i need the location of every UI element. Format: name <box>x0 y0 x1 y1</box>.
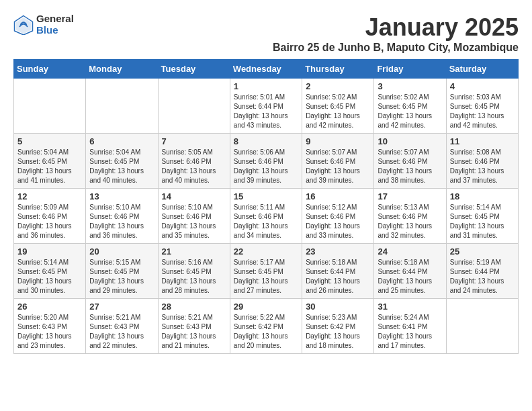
calendar-cell <box>14 79 86 134</box>
day-number: 4 <box>450 81 515 91</box>
title-block: January 2025 Bairro 25 de Junho B, Maput… <box>273 13 519 54</box>
day-info: Sunrise: 5:18 AM Sunset: 6:44 PM Dayligh… <box>306 258 370 295</box>
calendar-cell: 28Sunrise: 5:21 AM Sunset: 6:43 PM Dayli… <box>158 299 230 354</box>
page-header: General Blue January 2025 Bairro 25 de J… <box>13 13 519 54</box>
day-info: Sunrise: 5:02 AM Sunset: 6:45 PM Dayligh… <box>306 93 370 130</box>
weekday-header-monday: Monday <box>86 60 158 79</box>
calendar-cell: 11Sunrise: 5:08 AM Sunset: 6:46 PM Dayli… <box>446 134 518 189</box>
day-info: Sunrise: 5:04 AM Sunset: 6:45 PM Dayligh… <box>89 148 154 185</box>
week-row-2: 12Sunrise: 5:09 AM Sunset: 6:46 PM Dayli… <box>14 189 519 244</box>
calendar-cell: 30Sunrise: 5:23 AM Sunset: 6:42 PM Dayli… <box>302 299 374 354</box>
day-number: 27 <box>89 302 154 312</box>
calendar-cell: 12Sunrise: 5:09 AM Sunset: 6:46 PM Dayli… <box>14 189 86 244</box>
calendar-cell: 31Sunrise: 5:24 AM Sunset: 6:41 PM Dayli… <box>374 299 446 354</box>
day-info: Sunrise: 5:14 AM Sunset: 6:45 PM Dayligh… <box>17 258 82 295</box>
weekday-header-sunday: Sunday <box>14 60 86 79</box>
weekday-header-row: SundayMondayTuesdayWednesdayThursdayFrid… <box>14 60 519 79</box>
calendar-cell: 22Sunrise: 5:17 AM Sunset: 6:45 PM Dayli… <box>230 244 302 299</box>
calendar-cell: 19Sunrise: 5:14 AM Sunset: 6:45 PM Dayli… <box>14 244 86 299</box>
logo-general: General <box>36 13 74 25</box>
day-info: Sunrise: 5:09 AM Sunset: 6:46 PM Dayligh… <box>17 203 82 240</box>
weekday-header-friday: Friday <box>374 60 446 79</box>
day-info: Sunrise: 5:24 AM Sunset: 6:41 PM Dayligh… <box>378 313 442 351</box>
day-number: 10 <box>378 136 442 146</box>
location-subtitle: Bairro 25 de Junho B, Maputo City, Mozam… <box>273 42 519 54</box>
day-info: Sunrise: 5:10 AM Sunset: 6:46 PM Dayligh… <box>89 203 154 240</box>
calendar-cell: 16Sunrise: 5:12 AM Sunset: 6:46 PM Dayli… <box>302 189 374 244</box>
week-row-0: 1Sunrise: 5:01 AM Sunset: 6:44 PM Daylig… <box>14 79 519 134</box>
day-number: 11 <box>450 136 515 146</box>
day-info: Sunrise: 5:07 AM Sunset: 6:46 PM Dayligh… <box>306 148 370 185</box>
day-number: 1 <box>234 81 298 91</box>
calendar-cell: 2Sunrise: 5:02 AM Sunset: 6:45 PM Daylig… <box>302 79 374 134</box>
logo: General Blue <box>13 13 74 36</box>
day-number: 20 <box>89 246 154 257</box>
calendar-cell: 7Sunrise: 5:05 AM Sunset: 6:46 PM Daylig… <box>158 134 230 189</box>
day-number: 7 <box>162 136 226 146</box>
logo-icon <box>13 15 34 35</box>
day-number: 6 <box>89 136 154 146</box>
day-number: 22 <box>234 246 298 257</box>
day-info: Sunrise: 5:21 AM Sunset: 6:43 PM Dayligh… <box>89 313 154 351</box>
day-number: 5 <box>17 136 82 146</box>
calendar-cell: 3Sunrise: 5:02 AM Sunset: 6:45 PM Daylig… <box>374 79 446 134</box>
calendar-cell: 15Sunrise: 5:11 AM Sunset: 6:46 PM Dayli… <box>230 189 302 244</box>
logo-blue: Blue <box>36 25 74 36</box>
calendar-cell: 14Sunrise: 5:10 AM Sunset: 6:46 PM Dayli… <box>158 189 230 244</box>
day-info: Sunrise: 5:10 AM Sunset: 6:46 PM Dayligh… <box>162 203 226 240</box>
day-number: 18 <box>450 191 515 201</box>
day-info: Sunrise: 5:07 AM Sunset: 6:46 PM Dayligh… <box>378 148 442 185</box>
calendar-cell: 18Sunrise: 5:14 AM Sunset: 6:45 PM Dayli… <box>446 189 518 244</box>
day-number: 23 <box>306 246 370 257</box>
day-number: 25 <box>450 246 515 257</box>
day-info: Sunrise: 5:08 AM Sunset: 6:46 PM Dayligh… <box>450 148 515 185</box>
day-info: Sunrise: 5:16 AM Sunset: 6:45 PM Dayligh… <box>162 258 226 295</box>
day-info: Sunrise: 5:01 AM Sunset: 6:44 PM Dayligh… <box>234 93 298 130</box>
week-row-4: 26Sunrise: 5:20 AM Sunset: 6:43 PM Dayli… <box>14 299 519 354</box>
day-info: Sunrise: 5:15 AM Sunset: 6:45 PM Dayligh… <box>89 258 154 295</box>
calendar-cell <box>86 79 158 134</box>
day-info: Sunrise: 5:13 AM Sunset: 6:46 PM Dayligh… <box>378 203 442 240</box>
calendar-cell <box>446 299 518 354</box>
week-row-3: 19Sunrise: 5:14 AM Sunset: 6:45 PM Dayli… <box>14 244 519 299</box>
calendar-table: SundayMondayTuesdayWednesdayThursdayFrid… <box>13 59 519 354</box>
week-row-1: 5Sunrise: 5:04 AM Sunset: 6:45 PM Daylig… <box>14 134 519 189</box>
day-number: 14 <box>162 191 226 201</box>
day-number: 12 <box>17 191 82 201</box>
calendar-body: 1Sunrise: 5:01 AM Sunset: 6:44 PM Daylig… <box>14 79 519 354</box>
day-number: 2 <box>306 81 370 91</box>
day-number: 17 <box>378 191 442 201</box>
day-info: Sunrise: 5:17 AM Sunset: 6:45 PM Dayligh… <box>234 258 298 295</box>
day-number: 21 <box>162 246 226 257</box>
calendar-cell: 27Sunrise: 5:21 AM Sunset: 6:43 PM Dayli… <box>86 299 158 354</box>
calendar-cell: 20Sunrise: 5:15 AM Sunset: 6:45 PM Dayli… <box>86 244 158 299</box>
calendar-cell: 25Sunrise: 5:19 AM Sunset: 6:44 PM Dayli… <box>446 244 518 299</box>
calendar-cell: 5Sunrise: 5:04 AM Sunset: 6:45 PM Daylig… <box>14 134 86 189</box>
calendar-cell: 29Sunrise: 5:22 AM Sunset: 6:42 PM Dayli… <box>230 299 302 354</box>
month-title: January 2025 <box>273 13 519 42</box>
calendar-cell: 13Sunrise: 5:10 AM Sunset: 6:46 PM Dayli… <box>86 189 158 244</box>
day-info: Sunrise: 5:02 AM Sunset: 6:45 PM Dayligh… <box>378 93 442 130</box>
weekday-header-thursday: Thursday <box>302 60 374 79</box>
weekday-header-wednesday: Wednesday <box>230 60 302 79</box>
day-number: 8 <box>234 136 298 146</box>
day-info: Sunrise: 5:05 AM Sunset: 6:46 PM Dayligh… <box>162 148 226 185</box>
day-info: Sunrise: 5:11 AM Sunset: 6:46 PM Dayligh… <box>234 203 298 240</box>
day-info: Sunrise: 5:18 AM Sunset: 6:44 PM Dayligh… <box>378 258 442 295</box>
day-number: 24 <box>378 246 442 257</box>
day-number: 19 <box>17 246 82 257</box>
day-info: Sunrise: 5:22 AM Sunset: 6:42 PM Dayligh… <box>234 313 298 351</box>
day-info: Sunrise: 5:19 AM Sunset: 6:44 PM Dayligh… <box>450 258 515 295</box>
weekday-header-tuesday: Tuesday <box>158 60 230 79</box>
calendar-cell: 10Sunrise: 5:07 AM Sunset: 6:46 PM Dayli… <box>374 134 446 189</box>
day-info: Sunrise: 5:23 AM Sunset: 6:42 PM Dayligh… <box>306 313 370 351</box>
calendar-cell: 23Sunrise: 5:18 AM Sunset: 6:44 PM Dayli… <box>302 244 374 299</box>
day-info: Sunrise: 5:21 AM Sunset: 6:43 PM Dayligh… <box>162 313 226 351</box>
day-info: Sunrise: 5:06 AM Sunset: 6:46 PM Dayligh… <box>234 148 298 185</box>
calendar-cell: 9Sunrise: 5:07 AM Sunset: 6:46 PM Daylig… <box>302 134 374 189</box>
weekday-header-saturday: Saturday <box>446 60 518 79</box>
day-number: 3 <box>378 81 442 91</box>
day-info: Sunrise: 5:04 AM Sunset: 6:45 PM Dayligh… <box>17 148 82 185</box>
day-number: 9 <box>306 136 370 146</box>
calendar-cell: 6Sunrise: 5:04 AM Sunset: 6:45 PM Daylig… <box>86 134 158 189</box>
